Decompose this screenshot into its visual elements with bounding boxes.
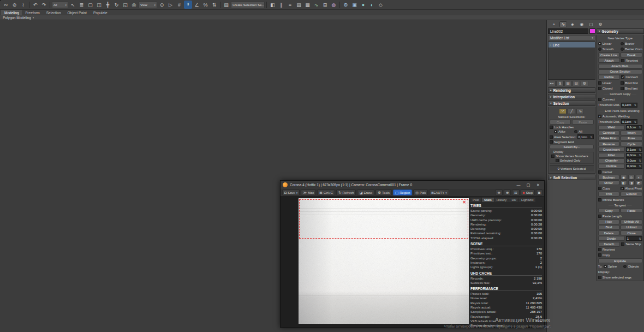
material-editor-icon[interactable]: ◍	[330, 1, 338, 9]
select-and-link-icon[interactable]: ∾	[2, 1, 10, 9]
select-and-move-icon[interactable]: ╋	[104, 1, 112, 9]
boolean-union-icon[interactable]: ◉	[621, 175, 627, 180]
button-cross-section[interactable]: Cross Section	[598, 69, 642, 74]
button-bind[interactable]: Bind	[598, 225, 620, 230]
ribbon-tab-modeling[interactable]: Modeling	[1, 10, 22, 15]
ribbon-tab-populate[interactable]: Populate	[90, 10, 111, 15]
display-tab[interactable]: ▢	[587, 21, 595, 27]
angle-snap-toggle-icon[interactable]: ∠	[193, 1, 201, 9]
spinner-field[interactable]: 1⇅	[626, 236, 642, 241]
maximize-button[interactable]: ▢	[524, 182, 532, 188]
checkbox-automatic-welding[interactable]: Automatic Welding	[598, 115, 642, 118]
checkbox-linear[interactable]: Linear	[598, 81, 620, 85]
save-button[interactable]: ◘Save▾	[282, 189, 300, 195]
window-crossing-icon[interactable]: ◫	[95, 1, 103, 9]
select-and-scale-icon[interactable]: ◱	[121, 1, 129, 9]
ribbon-tab-freeform[interactable]: Freeform	[22, 10, 43, 15]
rollout-rendering[interactable]: ▸ Rendering	[548, 87, 595, 93]
mirror-vertical-icon[interactable]: ◨	[628, 180, 635, 185]
corona-vfb-titlebar[interactable]: Corona 4 (Hotfix 1) | 673x305px (1:1) | …	[281, 181, 544, 189]
radio-linear[interactable]: Linear	[598, 42, 620, 45]
hierarchy-tab[interactable]: ◈	[569, 21, 576, 27]
checkbox-bind-first[interactable]: Bind first	[621, 81, 642, 85]
ribbon-panel-label[interactable]: Polygon Modeling	[3, 16, 31, 20]
remove-modifier-button[interactable]: ⊟	[573, 81, 580, 86]
corona-vfb-window[interactable]: Corona 4 (Hotfix 1) | 673x305px (1:1) | …	[280, 180, 545, 328]
utilities-tab[interactable]: ⚙	[597, 21, 604, 27]
radio-smooth[interactable]: Smooth	[598, 48, 620, 51]
radio-spline[interactable]: Spline	[604, 265, 623, 268]
button-attach[interactable]: Attach	[598, 58, 621, 63]
checkbox-reorient[interactable]: Reorient	[598, 248, 642, 251]
align-icon[interactable]: ∥	[277, 1, 285, 9]
select-by-name-icon[interactable]: ≣	[77, 1, 86, 9]
spinner-field[interactable]: 0,1cm⇅	[626, 125, 642, 130]
toggle-layer-explorer-icon[interactable]: ▤	[295, 1, 303, 9]
radio-bezier[interactable]: Bezier	[621, 42, 642, 45]
toggle-ribbon-icon[interactable]: ▦	[303, 1, 312, 9]
select-and-place-icon[interactable]: ◎	[130, 1, 138, 9]
redo-icon[interactable]: ↷	[40, 1, 48, 9]
region-button[interactable]: ▢Region	[393, 189, 412, 195]
alike-radio[interactable]: Alike	[554, 130, 573, 133]
paste-named-selection-button[interactable]: Paste	[572, 120, 593, 124]
segment-subobject-button[interactable]: ╱	[568, 109, 575, 114]
toggle-scene-explorer-icon[interactable]: ≡	[286, 1, 294, 9]
make-unique-button[interactable]: ⊞	[564, 81, 572, 86]
boolean-subtract-icon[interactable]: ◎	[628, 175, 635, 180]
checkbox-connect[interactable]: Connect	[598, 98, 642, 101]
use-pivot-point-center-icon[interactable]: ⊙	[158, 1, 166, 9]
checkbox-center[interactable]: Center	[598, 170, 642, 174]
rollout-soft-selection[interactable]: ▸ Soft Selection	[548, 175, 595, 180]
checkbox-infinite-bounds[interactable]: Infinite Bounds	[598, 198, 642, 201]
undo-icon[interactable]: ↶	[31, 1, 39, 9]
rollout-geometry[interactable]: ▾ Geometry	[597, 28, 644, 34]
checkbox-copy[interactable]: Copy	[598, 187, 620, 190]
render-production-icon[interactable]: ●	[359, 1, 367, 9]
select-object-icon[interactable]: ↖	[69, 1, 77, 9]
modifier-list-dropdown[interactable]: Modifier List ▾	[548, 35, 595, 40]
checkbox-same-shp[interactable]: Same Shp	[621, 242, 642, 246]
percent-snap-toggle-icon[interactable]: %	[201, 1, 210, 9]
button-copy[interactable]: Copy	[598, 208, 620, 213]
ribbon-tab-object-paint[interactable]: Object Paint	[64, 10, 90, 15]
rollout-interpolation[interactable]: ▸ Interpolation	[548, 94, 595, 99]
zoom-fit-icon[interactable]: ⊡	[512, 189, 519, 195]
button-chamfer[interactable]: Chamfer	[598, 158, 625, 163]
select-and-manipulate-icon[interactable]: ▷	[166, 1, 175, 9]
button-break[interactable]: Break	[621, 52, 642, 57]
radio-bezier-corner[interactable]: Bezier Corner	[621, 48, 642, 51]
button-make-first[interactable]: Make First	[598, 136, 620, 141]
stats-tab-history[interactable]: History	[494, 198, 509, 202]
render-region-marquee[interactable]: ✕	[299, 199, 468, 239]
pin-stack-button[interactable]: ⊷	[548, 81, 556, 86]
create-tab[interactable]: +	[550, 21, 558, 27]
bind-to-space-warp-icon[interactable]: ≀	[19, 1, 27, 9]
button-create-line[interactable]: Create Line	[598, 52, 620, 57]
tools-button[interactable]: ⚙Tools	[375, 189, 392, 195]
area-selection-checkbox[interactable]: Area Selection:	[550, 134, 576, 139]
named-selection-sets-dropdown[interactable]: Create Selection Se...▾	[231, 2, 265, 8]
spinner-snap-toggle-icon[interactable]: ⇅	[210, 1, 218, 9]
stats-tab-dr[interactable]: DR	[509, 198, 518, 202]
configure-modifier-sets-button[interactable]: ⚙	[581, 81, 588, 86]
zoom-in-icon[interactable]: ⊕	[504, 189, 511, 195]
rendered-frame-window-icon[interactable]: ▣	[350, 1, 359, 9]
checkbox-bind-last[interactable]: Bind last	[621, 87, 642, 90]
checkbox-about-pivot[interactable]: About Pivot	[621, 187, 642, 190]
rectangular-selection-region-icon[interactable]: ▢	[86, 1, 94, 9]
edit-named-selection-sets-icon[interactable]: ▤	[222, 1, 230, 9]
button-trim[interactable]: Trim	[598, 192, 620, 197]
ribbon-tab-selection[interactable]: Selection	[43, 10, 64, 15]
boolean-intersect-icon[interactable]: ◐	[636, 175, 642, 180]
zoom-out-icon[interactable]: ⊖	[495, 189, 502, 195]
pick-button[interactable]: ◎Pick	[413, 189, 428, 195]
mirror-both-icon[interactable]: ◩	[636, 180, 642, 185]
max-button[interactable]: ≫Max	[301, 189, 316, 195]
vertex-subobject-button[interactable]: ∵	[559, 109, 567, 114]
button-insert[interactable]: Insert	[621, 131, 642, 135]
copy-button[interactable]: ⊞Ctrl+C	[317, 189, 335, 195]
lock-handles-checkbox[interactable]: Lock Handles	[550, 126, 594, 129]
modifier-stack-item-line[interactable]: ▪ Line	[548, 42, 595, 48]
selected-only-checkbox[interactable]: Selected Only	[551, 159, 592, 162]
